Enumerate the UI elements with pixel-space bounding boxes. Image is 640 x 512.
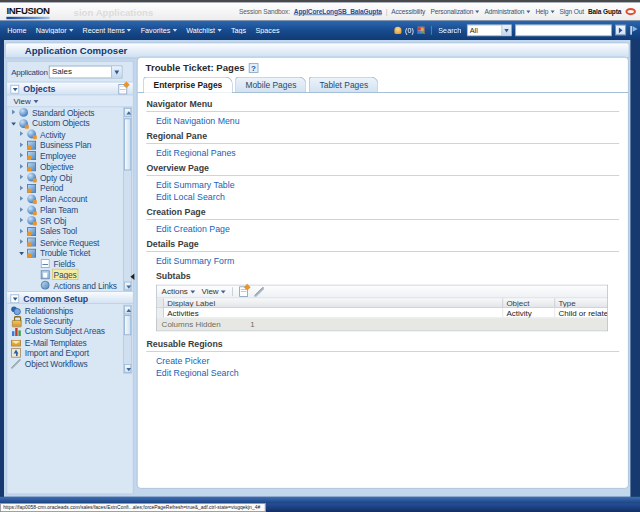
tree-item-employee[interactable]: Employee — [7, 150, 133, 161]
nav-item-navigator[interactable]: Navigator — [36, 26, 73, 34]
banner-link-personalization[interactable]: Personalization — [431, 8, 480, 15]
common-setup-item-relationships[interactable]: Relationships — [7, 305, 122, 316]
scroll-down-icon[interactable] — [124, 364, 131, 373]
tree-item-trouble-ticket[interactable]: Trouble Ticket — [7, 248, 133, 259]
link-edit-regional-search[interactable]: Edit Regional Search — [156, 367, 619, 379]
tab-enterprise-pages[interactable]: Enterprise Pages — [143, 77, 232, 92]
expand-arrow-icon[interactable] — [18, 205, 27, 214]
common-setup-accordion-header[interactable]: Common Setup — [7, 291, 133, 304]
common-setup-list: RelationshipsRole SecurityCustom Subject… — [7, 305, 122, 375]
nav-item-spaces[interactable]: Spaces — [256, 26, 280, 34]
edit-subtab-icon[interactable] — [255, 287, 265, 297]
link-edit-summary-table[interactable]: Edit Summary Table — [156, 179, 619, 191]
expand-arrow-icon[interactable] — [18, 238, 27, 247]
expand-arrow-icon[interactable] — [18, 162, 27, 171]
tree-item-activity[interactable]: Activity — [7, 129, 133, 140]
alert-count[interactable]: (0) — [405, 26, 414, 34]
tree-item-service-request[interactable]: Service Request — [7, 237, 133, 248]
link-edit-navigation-menu[interactable]: Edit Navigation Menu — [156, 115, 619, 127]
collapse-icon[interactable] — [10, 85, 19, 94]
tree-view-menu[interactable]: View — [7, 96, 133, 107]
tree-item-objective[interactable]: Objective — [7, 161, 133, 172]
main-navbar: HomeNavigatorRecent ItemsFavoritesWatchl… — [0, 21, 640, 39]
create-subtab-icon[interactable] — [239, 286, 248, 296]
chevron-down-icon[interactable] — [502, 25, 511, 35]
nav-item-favorites[interactable]: Favorites — [141, 26, 177, 34]
tree-item-custom-objects[interactable]: Custom Objects — [7, 118, 133, 129]
expand-arrow-icon[interactable] — [18, 141, 27, 150]
expand-arrow-icon[interactable] — [18, 195, 27, 204]
scroll-down-icon[interactable] — [124, 282, 131, 291]
column-header-type[interactable]: Type — [555, 298, 607, 307]
tree-item-plan-account[interactable]: Plan Account — [7, 194, 133, 205]
expand-arrow-icon[interactable] — [18, 184, 27, 193]
scroll-thumb[interactable] — [124, 118, 131, 170]
section-title: Overview Page — [146, 163, 619, 173]
common-setup-item-e-mail-templates[interactable]: E-Mail Templates — [7, 337, 122, 348]
tree-scrollbar[interactable] — [123, 107, 132, 291]
tab-mobile-pages[interactable]: Mobile Pages — [235, 77, 307, 92]
favorites-grid-icon[interactable] — [418, 26, 425, 33]
objects-accordion-header[interactable]: Objects — [7, 82, 133, 96]
nav-item-tags[interactable]: Tags — [231, 26, 246, 34]
collapse-icon[interactable] — [10, 294, 19, 303]
session-sandbox-link[interactable]: ApplCoreLongSB_BalaGupta — [294, 8, 382, 15]
new-object-icon[interactable] — [118, 84, 127, 94]
table-row[interactable]: Activities Activity Child or related obj… — [157, 308, 607, 318]
tree-item-opty-obj[interactable]: Opty Obj — [7, 172, 133, 183]
tree-indent — [32, 259, 41, 268]
expand-arrow-icon[interactable] — [18, 227, 27, 236]
tree-item-business-plan[interactable]: Business Plan — [7, 140, 133, 151]
expand-arrow-icon[interactable] — [18, 173, 27, 182]
column-header-object[interactable]: Object — [503, 298, 555, 307]
common-setup-item-import-and-export[interactable]: Import and Export — [7, 348, 122, 359]
banner-link-administration[interactable]: Administration — [485, 8, 531, 15]
tab-tablet-pages[interactable]: Tablet Pages — [309, 77, 378, 92]
tree-item-actions-and-links[interactable]: Actions and Links — [7, 280, 133, 291]
tree-item-sales-tool[interactable]: Sales Tool — [7, 226, 133, 237]
nav-item-recent-items[interactable]: Recent Items — [82, 26, 131, 34]
banner-link-sign-out[interactable]: Sign Out — [560, 8, 584, 15]
advanced-search-flag-icon[interactable] — [630, 25, 638, 35]
collapse-arrow-icon[interactable] — [10, 119, 19, 128]
expand-arrow-icon[interactable] — [18, 151, 27, 160]
notifications-bell-icon[interactable] — [394, 26, 401, 33]
link-edit-summary-form[interactable]: Edit Summary Form — [156, 255, 619, 267]
search-input[interactable] — [515, 24, 611, 36]
common-setup-item-object-workflows[interactable]: Object Workflows — [7, 358, 122, 369]
link-create-picker[interactable]: Create Picker — [156, 355, 619, 367]
nav-item-home[interactable]: Home — [7, 26, 26, 34]
scroll-up-icon[interactable] — [124, 306, 131, 315]
tree-item-period[interactable]: Period — [7, 183, 133, 194]
expand-arrow-icon[interactable] — [18, 216, 27, 225]
nav-item-watchlist[interactable]: Watchlist — [186, 26, 221, 34]
scroll-thumb[interactable] — [124, 315, 131, 335]
collapse-arrow-icon[interactable] — [18, 249, 27, 258]
tree-item-plan-team[interactable]: Plan Team — [7, 204, 133, 215]
scroll-up-icon[interactable] — [124, 108, 131, 117]
tree-item-pages[interactable]: Pages — [7, 269, 133, 280]
common-setup-scrollbar[interactable] — [123, 305, 132, 374]
application-select[interactable]: Sales — [49, 66, 123, 79]
section-title: Regional Pane — [146, 131, 619, 141]
help-icon[interactable]: ? — [249, 63, 259, 73]
expand-arrow-icon[interactable] — [10, 108, 19, 117]
link-edit-regional-panes[interactable]: Edit Regional Panes — [156, 147, 619, 159]
common-setup-item-role-security[interactable]: Role Security — [7, 316, 122, 327]
banner-link-accessibility[interactable]: Accessibility — [392, 8, 426, 15]
column-header-display-label[interactable]: Display Label — [164, 298, 503, 307]
common-setup-item-custom-subject-areas[interactable]: Custom Subject Areas — [7, 326, 122, 337]
tree-item-standard-objects[interactable]: Standard Objects — [7, 107, 133, 118]
link-edit-creation-page[interactable]: Edit Creation Page — [156, 223, 619, 235]
tree-item-fields[interactable]: Fields — [7, 258, 133, 269]
actions-menu[interactable]: Actions — [162, 287, 195, 296]
link-edit-local-search[interactable]: Edit Local Search — [156, 191, 619, 203]
tree-item-sr-obj[interactable]: SR Obj — [7, 215, 133, 226]
search-go-button[interactable] — [615, 25, 626, 36]
view-menu[interactable]: View — [201, 287, 225, 296]
banner-link-help[interactable]: Help — [536, 8, 555, 15]
chevron-down-icon[interactable] — [111, 66, 121, 77]
search-scope-select[interactable]: All — [467, 24, 512, 36]
expand-arrow-icon[interactable] — [18, 130, 27, 139]
splitter-collapse-icon[interactable] — [130, 274, 134, 280]
